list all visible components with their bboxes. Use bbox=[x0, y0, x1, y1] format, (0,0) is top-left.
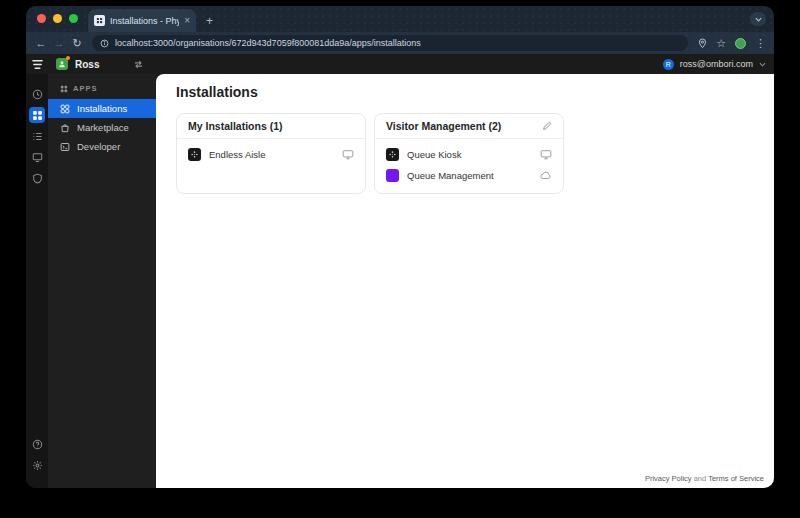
devices-screen-icon[interactable] bbox=[29, 149, 45, 165]
group-rows: Endless Aisle bbox=[177, 139, 365, 172]
help-icon[interactable] bbox=[29, 436, 45, 452]
browser-tab[interactable]: Installations - Phygrid × bbox=[88, 9, 196, 32]
group-card-visitor-management: Visitor Management (2) Queue Kiosk bbox=[374, 113, 564, 194]
browser-profile-avatar[interactable] bbox=[735, 38, 746, 49]
apps-grid-icon[interactable] bbox=[29, 107, 45, 123]
privacy-policy-link[interactable]: Privacy Policy bbox=[645, 474, 692, 483]
legal-footer: Privacy Policy and Terms of Service bbox=[645, 474, 764, 483]
organisation-name: Ross bbox=[75, 59, 99, 70]
switch-organisation-icon[interactable] bbox=[134, 55, 143, 73]
tab-strip: Installations - Phygrid × + bbox=[26, 6, 774, 32]
sidebar-section-header: APPS bbox=[48, 84, 156, 99]
installation-row[interactable]: Queue Management bbox=[375, 165, 563, 186]
nav-rail bbox=[26, 74, 48, 488]
new-tab-button[interactable]: + bbox=[206, 14, 213, 32]
phygrid-app: Ross R ross@ombori.com bbox=[26, 54, 774, 488]
bookmark-star-icon[interactable]: ☆ bbox=[716, 37, 726, 50]
url-text: localhost:3000/organisations/672d943d705… bbox=[115, 38, 421, 48]
user-email: ross@ombori.com bbox=[680, 59, 753, 69]
installation-name: Queue Management bbox=[407, 170, 532, 181]
sidebar-item-marketplace[interactable]: Marketplace bbox=[48, 118, 156, 137]
main-content: Installations My Installations (1) Endle… bbox=[156, 74, 774, 488]
spaces-pin-icon[interactable] bbox=[29, 170, 45, 186]
user-menu[interactable]: R ross@ombori.com bbox=[663, 59, 766, 70]
browser-actions: ☆ ⋮ bbox=[696, 37, 766, 50]
browser-menu-icon[interactable]: ⋮ bbox=[755, 37, 766, 50]
app-top-bar: Ross R ross@ombori.com bbox=[26, 54, 774, 74]
queue-management-app-icon bbox=[386, 169, 399, 182]
site-info-icon[interactable] bbox=[100, 39, 109, 48]
developer-terminal-icon bbox=[60, 142, 70, 152]
settings-gear-icon[interactable] bbox=[29, 457, 45, 473]
rail-bottom bbox=[29, 436, 45, 488]
dashboard-clock-icon[interactable] bbox=[29, 86, 45, 102]
installations-grid-icon bbox=[60, 104, 70, 114]
installation-groups: My Installations (1) Endless Aisle bbox=[176, 113, 766, 194]
chevron-down-icon bbox=[755, 17, 762, 22]
group-card-my-installations: My Installations (1) Endless Aisle bbox=[176, 113, 366, 194]
forward-button[interactable]: → bbox=[52, 37, 66, 49]
queues-list-icon[interactable] bbox=[29, 128, 45, 144]
group-card-header: My Installations (1) bbox=[177, 114, 365, 139]
group-card-header: Visitor Management (2) bbox=[375, 114, 563, 139]
location-pin-icon[interactable] bbox=[698, 38, 707, 49]
apps-sidebar: APPS Installations Marketplace Developer bbox=[48, 74, 156, 488]
installation-row[interactable]: Queue Kiosk bbox=[375, 144, 563, 165]
cloud-icon bbox=[540, 171, 552, 180]
installation-name: Endless Aisle bbox=[209, 149, 334, 160]
phygrid-favicon-icon bbox=[94, 15, 105, 26]
window-controls[interactable] bbox=[37, 14, 78, 23]
user-icon bbox=[58, 60, 66, 68]
chevron-down-icon bbox=[759, 62, 766, 67]
monitor-icon bbox=[540, 149, 552, 160]
tab-search-button[interactable] bbox=[750, 12, 766, 26]
organisation-chip[interactable]: Ross bbox=[56, 58, 99, 70]
tab-close-icon[interactable]: × bbox=[184, 16, 190, 26]
endless-aisle-app-icon bbox=[188, 148, 201, 161]
sidebar-item-developer[interactable]: Developer bbox=[48, 137, 156, 156]
footer-conjunction: and bbox=[694, 474, 707, 483]
notification-dot bbox=[66, 56, 70, 60]
user-avatar: R bbox=[663, 59, 674, 70]
reload-button[interactable]: ↻ bbox=[70, 37, 84, 50]
marketplace-bag-icon bbox=[60, 123, 70, 133]
back-button[interactable]: ← bbox=[34, 37, 48, 49]
sidebar-item-label: Marketplace bbox=[77, 122, 129, 133]
terms-of-service-link[interactable]: Terms of Service bbox=[708, 474, 764, 483]
address-field[interactable]: localhost:3000/organisations/672d943d705… bbox=[92, 35, 688, 51]
installation-row[interactable]: Endless Aisle bbox=[177, 144, 365, 165]
app-body: APPS Installations Marketplace Developer… bbox=[26, 74, 774, 488]
zoom-window-button[interactable] bbox=[69, 14, 78, 23]
sidebar-section-label: APPS bbox=[73, 84, 97, 93]
sidebar-item-installations[interactable]: Installations bbox=[48, 99, 156, 118]
phygrid-logo-icon[interactable] bbox=[26, 59, 48, 70]
url-bar: ← → ↻ localhost:3000/organisations/672d9… bbox=[26, 32, 774, 54]
group-title: Visitor Management (2) bbox=[386, 120, 501, 132]
close-window-button[interactable] bbox=[37, 14, 46, 23]
browser-window: Installations - Phygrid × + ← → ↻ localh… bbox=[26, 6, 774, 488]
tab-title: Installations - Phygrid bbox=[110, 16, 179, 26]
page-title: Installations bbox=[176, 84, 766, 100]
organisation-avatar bbox=[56, 58, 68, 70]
apps-section-icon bbox=[60, 85, 68, 93]
queue-kiosk-app-icon bbox=[386, 148, 399, 161]
edit-pencil-icon[interactable] bbox=[542, 121, 552, 131]
sidebar-item-label: Installations bbox=[77, 103, 127, 114]
minimize-window-button[interactable] bbox=[53, 14, 62, 23]
installation-name: Queue Kiosk bbox=[407, 149, 532, 160]
monitor-icon bbox=[342, 149, 354, 160]
sidebar-item-label: Developer bbox=[77, 141, 120, 152]
group-rows: Queue Kiosk Queue Management bbox=[375, 139, 563, 193]
group-title: My Installations (1) bbox=[188, 120, 283, 132]
